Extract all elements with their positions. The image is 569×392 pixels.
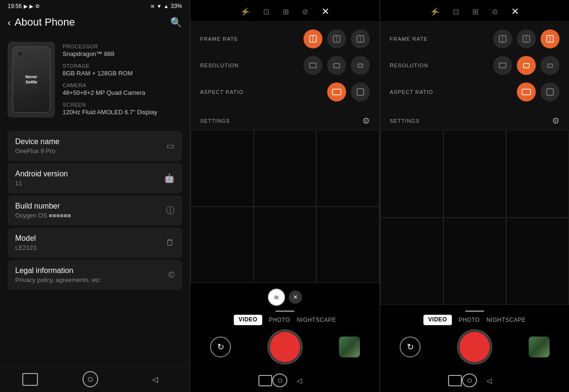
nav-bar-cam: ○ ◁ — [258, 370, 312, 390]
filter-remove-button[interactable]: ✕ — [289, 291, 302, 304]
video-mode-tab[interactable]: VIDEO — [234, 315, 262, 325]
aspect-ratio-row-r: ASPECT RATIO — [390, 79, 560, 105]
flash-off-icon[interactable]: ⚡̶ — [240, 7, 250, 16]
flash-auto-icon[interactable]: ⊡ — [263, 7, 269, 16]
grid-cell — [506, 130, 569, 218]
frame-rate-30-button-r[interactable] — [493, 29, 512, 48]
viewfinder — [191, 130, 379, 283]
grid-cell — [254, 130, 317, 207]
frame-rate-row: FRAME RATE — [200, 26, 370, 52]
resolution-1080-button-r[interactable] — [517, 56, 536, 75]
macro-icon-r[interactable]: ⊘ — [492, 7, 498, 16]
menu-item-model[interactable]: Model LE2123 🗒 — [8, 228, 182, 258]
resolution-720-button[interactable] — [351, 56, 370, 75]
record-button[interactable] — [270, 332, 300, 362]
spec-camera: CAMERA 48+50+8+2 MP Quad Camera — [63, 82, 157, 96]
svg-rect-6 — [310, 63, 316, 68]
frame-rate-30-button[interactable] — [303, 29, 322, 48]
resolution-4k-button-r[interactable] — [493, 56, 512, 75]
nav-back-button-r[interactable]: ◁ — [477, 375, 501, 386]
nightscape-mode-tab[interactable]: NIGHTSCAPE — [297, 316, 336, 324]
frame-rate-120-button[interactable] — [351, 29, 370, 48]
resolution-720-button-r[interactable] — [541, 56, 560, 75]
status-right: ≋ ▼ ▲ 33% — [150, 3, 182, 9]
menu-item-left: Legal information Privacy policy, agreem… — [15, 266, 100, 283]
macro-icon[interactable]: ⊘ — [302, 7, 308, 16]
gear-icon-r[interactable]: ⚙ — [552, 116, 560, 126]
nightscape-mode-tab-r[interactable]: NIGHTSCAPE — [486, 316, 526, 324]
storage-value: 8GB RAM + 128GB ROM — [63, 70, 157, 77]
aspect-169-button-r[interactable] — [517, 82, 536, 101]
gallery-button[interactable] — [339, 337, 360, 357]
photo-mode-tab-r[interactable]: PHOTO — [459, 316, 480, 324]
close-camera-button-r[interactable]: ✕ — [511, 6, 519, 17]
nav-home-button[interactable]: ○ — [83, 371, 98, 387]
nav-back-button[interactable]: ◁ — [143, 372, 167, 387]
nav-home-button-r[interactable]: ○ — [462, 374, 477, 387]
network-icon: ▲ — [164, 3, 169, 9]
record-button-r[interactable] — [459, 332, 490, 362]
menu-item-left: Android version 11 — [15, 170, 68, 187]
close-camera-button[interactable]: ✕ — [321, 6, 330, 17]
gear-icon[interactable]: ⚙ — [362, 116, 370, 126]
nav-square-button-r[interactable] — [448, 375, 462, 386]
nav-bar: ○ ◁ — [0, 366, 190, 392]
grid-cell — [191, 130, 254, 207]
back-button[interactable]: ‹ — [8, 17, 11, 28]
viewfinder-right — [380, 130, 569, 305]
menu-item-legal[interactable]: Legal information Privacy policy, agreem… — [8, 260, 182, 290]
grid-cell — [380, 130, 443, 218]
search-button[interactable]: 🔍 — [170, 17, 182, 28]
flash-off-icon-r[interactable]: ⚡̶ — [430, 7, 440, 16]
nav-back-button[interactable]: ◁ — [287, 375, 312, 386]
top-bar-left: ‹ About Phone — [8, 16, 75, 28]
svg-rect-21 — [547, 89, 553, 95]
svg-rect-17 — [499, 63, 506, 68]
copyright-icon: © — [168, 270, 174, 280]
frame-rate-120-button-r[interactable] — [541, 29, 560, 48]
cam-controls-bar-right: ⚡̶ ⊡ ⊞ ⊘ ✕ — [380, 0, 569, 21]
processor-label: PROCESSOR — [63, 44, 157, 49]
aspect-43-button[interactable] — [351, 82, 370, 101]
menu-item-device-name[interactable]: Device name OnePlus 9 Pro ▭ — [8, 131, 182, 161]
nav-square-button[interactable] — [22, 373, 38, 386]
menu-item-build[interactable]: Build number Oxygen OS ■■■■■■ ⓘ — [8, 195, 182, 226]
photo-mode-tab[interactable]: PHOTO — [269, 316, 290, 324]
nav-square-button[interactable] — [258, 375, 273, 386]
resolution-1080-button[interactable] — [327, 56, 346, 75]
frame-rate-60-button-r[interactable] — [517, 29, 536, 48]
screen-label: SCREEN — [63, 102, 157, 108]
grid-cell — [380, 218, 443, 305]
settings-text-label: SETTINGS — [200, 118, 230, 124]
video-mode-tab-r[interactable]: VIDEO — [423, 315, 452, 325]
aspect-43-button-r[interactable] — [541, 82, 560, 101]
page-title: About Phone — [15, 16, 75, 28]
grid-cell — [191, 207, 254, 283]
flash-auto-icon-r[interactable]: ⊡ — [453, 7, 459, 16]
filter-adjust-button[interactable]: ≋ — [268, 289, 285, 306]
menu-item-android[interactable]: Android version 11 🤖 — [8, 163, 182, 193]
aspect-ratio-label-r: ASPECT RATIO — [390, 89, 447, 95]
flip-camera-button-r[interactable]: ↻ — [400, 337, 421, 357]
frame-rate-60-button[interactable] — [327, 29, 346, 48]
aspect-ratio-row: ASPECT RATIO — [200, 79, 370, 105]
aspect-ratio-label: ASPECT RATIO — [200, 89, 257, 95]
gallery-thumbnail — [339, 337, 360, 357]
camera-panel-right: ⚡̶ ⊡ ⊞ ⊘ ✕ FRAME RATE RESOLUTION — [379, 0, 569, 392]
nav-home-button[interactable]: ○ — [272, 374, 287, 387]
device-name-sub: OnePlus 9 Pro — [15, 147, 59, 155]
model-sub: LE2123 — [15, 244, 37, 251]
gallery-thumbnail-r — [529, 337, 550, 357]
resolution-4k-button[interactable] — [303, 56, 322, 75]
aspect-169-button[interactable] — [327, 82, 346, 101]
filter-buttons-row: ≋ ✕ — [268, 287, 302, 308]
youtube-music-icon: ▶ — [29, 3, 33, 9]
flash-settings-icon[interactable]: ⊞ — [283, 7, 289, 16]
flip-camera-button[interactable]: ↻ — [210, 337, 231, 357]
gallery-button-r[interactable] — [529, 337, 550, 357]
flash-settings-icon-r[interactable]: ⊞ — [472, 7, 478, 16]
settings-gear-row-r: SETTINGS ⚙ — [380, 112, 569, 130]
svg-rect-8 — [358, 64, 363, 67]
about-phone-panel: 19:56 ▶ ▶ ⚙ ≋ ▼ ▲ 33% ‹ About Phone 🔍 Ne… — [0, 0, 190, 392]
cam-actions-row-right: ↻ — [380, 328, 569, 367]
